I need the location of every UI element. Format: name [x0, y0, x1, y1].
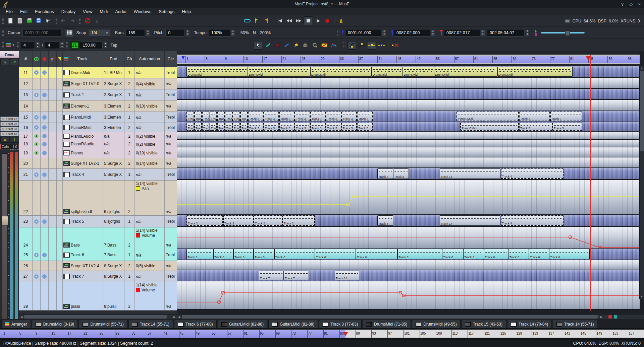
track-flag-cell[interactable] [33, 132, 41, 140]
close-icon[interactable]: × [638, 2, 641, 7]
record-arm-icon[interactable] [34, 142, 39, 146]
monitor-icon[interactable] [42, 253, 47, 257]
track-channel[interactable]: 1 [124, 216, 135, 227]
part[interactable]: Track 6 [529, 249, 549, 259]
redo-button[interactable] [68, 17, 77, 25]
track-automation-cell[interactable]: 0(2) visible [135, 140, 165, 148]
tab-editor[interactable]: GuitarLMidi (82-88) [268, 320, 318, 328]
automation-mode-step-button[interactable] [347, 41, 357, 50]
monitor-icon[interactable] [42, 142, 47, 146]
record-arm-icon[interactable] [34, 219, 39, 224]
tempo-scale-spinner[interactable]: ▲▼ [231, 29, 235, 36]
canvas-track-lane[interactable] [177, 147, 640, 157]
part[interactable]: DrumsMidi [248, 67, 310, 77]
track-clef[interactable]: n/a [165, 140, 177, 148]
canvas-vscrollbar[interactable]: ▲ ▼ [639, 66, 644, 299]
part[interactable]: Track 3 [294, 123, 310, 131]
output-routing-button[interactable]: ↗ [10, 59, 19, 65]
track-flag-cell[interactable] [57, 249, 63, 261]
tempo-bpm-spinner[interactable]: ▲▼ [103, 42, 108, 49]
track-channel[interactable]: 2 [124, 261, 135, 271]
part[interactable]: Track 3 [550, 112, 582, 121]
canvas-track-lane[interactable]: Track 8Track 8Track 14Track 4 [177, 168, 640, 180]
track-flag-cell[interactable] [49, 67, 57, 78]
zoom-tool-button[interactable] [311, 41, 319, 49]
track-port[interactable]: 2:Surge X [103, 89, 124, 100]
header-mute-icon[interactable] [49, 51, 57, 67]
track-channel[interactable]: 1 [124, 112, 135, 123]
track-clef[interactable]: Trebl [165, 89, 177, 100]
record-arm-icon[interactable] [34, 93, 39, 97]
automation-curve[interactable] [177, 281, 640, 310]
track-flag-cell[interactable] [33, 216, 41, 227]
track-row[interactable]: 19Pianosn/a20(19) visiblen/a [19, 148, 177, 158]
track-flag-cell[interactable] [49, 140, 57, 148]
track-flag-cell[interactable] [33, 123, 41, 132]
part[interactable]: Track 14 [440, 215, 501, 226]
part[interactable]: Trac [217, 112, 225, 121]
bars-spinner[interactable]: ▲▼ [146, 29, 150, 36]
menu-item-windows[interactable]: Windows [130, 9, 154, 14]
track-channel[interactable]: 2 [124, 78, 135, 89]
track-row[interactable]: 21Track 45:Surge X1n/aTrebl [19, 169, 177, 181]
track-automation-cell[interactable]: n/a [135, 123, 165, 132]
toolbar-grip[interactable] [79, 17, 81, 24]
track-channel[interactable]: 1 [124, 271, 135, 282]
punch-out-button[interactable] [262, 17, 270, 25]
part[interactable]: Track 4 [501, 215, 564, 226]
monitor-icon[interactable] [42, 93, 47, 97]
track-port[interactable]: 7:Bass [103, 249, 124, 261]
track-flag-cell[interactable] [41, 169, 49, 180]
track-flag-cell[interactable] [41, 282, 49, 310]
tab-editor[interactable]: Track 14 (70-84) [507, 320, 552, 328]
track-name-cell[interactable]: Pianos [63, 148, 103, 158]
monitor-icon[interactable] [42, 134, 47, 138]
record-arm-icon[interactable] [34, 115, 39, 120]
metronome-button[interactable] [337, 17, 345, 25]
hzoom-slider[interactable] [541, 32, 585, 33]
panic-button[interactable] [83, 17, 92, 25]
scroll-left-icon[interactable]: ◀ [19, 315, 24, 319]
track-automation-cell[interactable]: 1(14) visiblePan [135, 181, 165, 215]
monitor-icon[interactable] [42, 274, 47, 279]
tab-editor[interactable]: Track 14 (55-71) [553, 320, 597, 328]
sig-den-spinner[interactable]: ▲▼ [60, 42, 64, 49]
track-port[interactable]: 8:Surge X [103, 271, 124, 282]
part[interactable]: Trac [202, 123, 210, 131]
track-port[interactable]: 7:Bass [103, 227, 124, 249]
track-flag-cell[interactable] [41, 123, 49, 132]
part[interactable]: Track 3 [263, 123, 279, 131]
track-flag-cell[interactable] [57, 148, 63, 158]
track-port[interactable]: 8:Surge X [103, 261, 124, 271]
toolbar-grip[interactable] [54, 17, 57, 24]
track-flag-cell[interactable] [57, 112, 63, 123]
track-automation-cell[interactable]: 0(10) visible [135, 100, 165, 112]
track-clef[interactable]: Trebl [165, 67, 177, 78]
track-port[interactable]: 3:Elemen [103, 112, 124, 123]
track-flag-cell[interactable] [41, 148, 49, 158]
track-flag-cell[interactable] [33, 100, 41, 112]
automation-curve[interactable] [177, 180, 640, 215]
track-port[interactable]: 5:Surge X [103, 158, 124, 168]
automation-hide-nodes-button[interactable] [377, 41, 386, 49]
part[interactable]: Track 2 [254, 215, 282, 226]
open-song-button[interactable] [15, 17, 24, 25]
track-flag-cell[interactable] [33, 140, 41, 148]
part[interactable]: Track 6 [397, 249, 442, 259]
tab-editor[interactable]: GuitarLMidi (82-88) [218, 320, 267, 328]
part[interactable]: Track 6 [213, 249, 233, 259]
record-arm-icon[interactable] [34, 274, 39, 279]
menu-item-file[interactable]: File [3, 9, 16, 14]
track-name-cell[interactable]: Track 7 [63, 271, 103, 282]
fast-forward-button[interactable] [294, 17, 303, 25]
mute-parts-tool-button[interactable] [320, 41, 329, 49]
canvas-track-lane[interactable] [177, 78, 640, 89]
maximize-icon[interactable]: ◇ [629, 2, 633, 7]
tab-editor[interactable]: DrumsMidi (3-19) [32, 320, 78, 328]
record-arm-icon[interactable] [34, 134, 39, 138]
track-channel[interactable]: 1 [124, 249, 135, 261]
track-automation-cell[interactable]: 0(4) visible [135, 78, 165, 89]
part[interactable]: Track 7 [259, 271, 284, 280]
track-port[interactable]: n/a [103, 132, 124, 140]
canvas-track-lane[interactable]: Track 7Track 7Track 14 [177, 270, 640, 281]
